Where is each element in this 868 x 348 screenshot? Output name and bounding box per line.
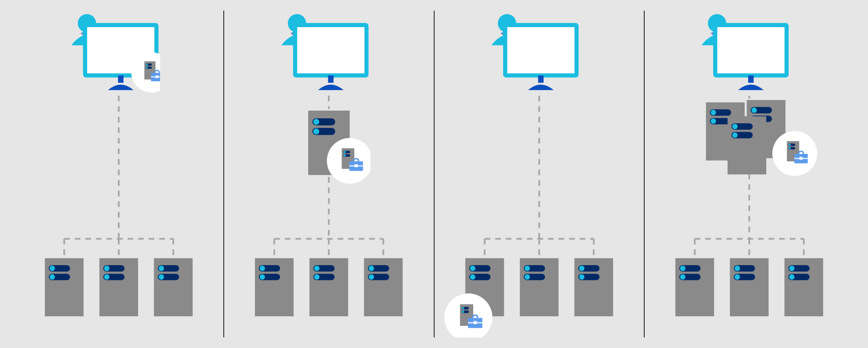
server-icon xyxy=(45,258,84,316)
svg-point-93 xyxy=(735,266,740,271)
diagram-container xyxy=(0,0,868,348)
svg-rect-17 xyxy=(118,75,123,83)
svg-rect-85 xyxy=(538,75,544,83)
gateway-server-icon xyxy=(287,111,370,188)
server-icon xyxy=(784,258,823,316)
svg-point-73 xyxy=(579,274,584,280)
user-workstation-icon xyxy=(489,14,580,101)
topology-client-tools xyxy=(14,11,223,337)
svg-point-2 xyxy=(50,266,55,271)
server-icon xyxy=(520,258,558,316)
svg-point-98 xyxy=(789,266,794,271)
svg-point-4 xyxy=(50,274,55,280)
svg-point-77 xyxy=(462,307,464,309)
svg-point-36 xyxy=(314,274,319,280)
svg-point-79 xyxy=(462,311,464,313)
svg-point-29 xyxy=(260,266,265,271)
svg-rect-126 xyxy=(715,25,787,75)
server-icon xyxy=(100,258,138,316)
server-icon xyxy=(675,258,714,316)
svg-point-63 xyxy=(470,274,475,280)
server-tools-badge-icon xyxy=(327,138,370,184)
svg-rect-124 xyxy=(799,157,803,160)
svg-rect-55 xyxy=(354,164,357,167)
svg-rect-82 xyxy=(473,321,477,324)
svg-point-7 xyxy=(104,266,109,271)
svg-rect-26 xyxy=(156,75,158,78)
server-icon xyxy=(255,258,294,316)
gateway-cluster-icon xyxy=(699,100,819,184)
svg-point-34 xyxy=(314,266,319,271)
svg-rect-58 xyxy=(328,75,334,83)
svg-point-108 xyxy=(752,107,757,113)
server-icon xyxy=(364,258,403,316)
svg-point-105 xyxy=(711,118,716,124)
svg-point-66 xyxy=(524,266,530,271)
svg-rect-127 xyxy=(748,75,754,83)
svg-point-46 xyxy=(313,128,319,134)
svg-point-113 xyxy=(732,124,737,129)
svg-point-50 xyxy=(343,151,346,153)
svg-point-52 xyxy=(343,154,346,156)
svg-point-14 xyxy=(159,274,164,280)
server-icon xyxy=(574,258,613,316)
topology-gateway-cluster xyxy=(645,11,854,337)
topology-gateway xyxy=(224,11,433,337)
server-icon xyxy=(730,258,768,316)
svg-point-12 xyxy=(159,266,164,271)
topology-node-tools xyxy=(435,11,644,337)
svg-point-23 xyxy=(146,67,147,68)
svg-rect-84 xyxy=(505,25,577,75)
svg-point-9 xyxy=(104,274,109,280)
svg-point-41 xyxy=(369,274,374,280)
svg-point-119 xyxy=(789,144,791,146)
svg-point-115 xyxy=(732,132,737,138)
svg-point-61 xyxy=(470,266,475,271)
server-icon xyxy=(728,116,766,174)
server-icon xyxy=(310,258,348,316)
svg-point-100 xyxy=(789,274,794,280)
svg-point-31 xyxy=(260,274,265,280)
server-tools-badge-icon xyxy=(772,131,817,176)
svg-point-44 xyxy=(313,119,319,125)
svg-point-21 xyxy=(146,64,147,66)
user-workstation-icon xyxy=(699,14,790,101)
svg-point-68 xyxy=(524,274,530,280)
svg-rect-25 xyxy=(151,76,160,77)
server-icon xyxy=(154,258,193,316)
svg-point-39 xyxy=(369,266,374,271)
svg-point-71 xyxy=(579,266,584,271)
svg-point-95 xyxy=(735,274,740,280)
svg-point-90 xyxy=(680,274,685,280)
user-workstation-icon xyxy=(279,14,370,101)
svg-point-103 xyxy=(711,110,716,115)
svg-point-88 xyxy=(680,266,685,271)
svg-point-121 xyxy=(789,147,791,149)
svg-rect-57 xyxy=(295,25,367,75)
user-workstation-icon xyxy=(69,14,160,101)
